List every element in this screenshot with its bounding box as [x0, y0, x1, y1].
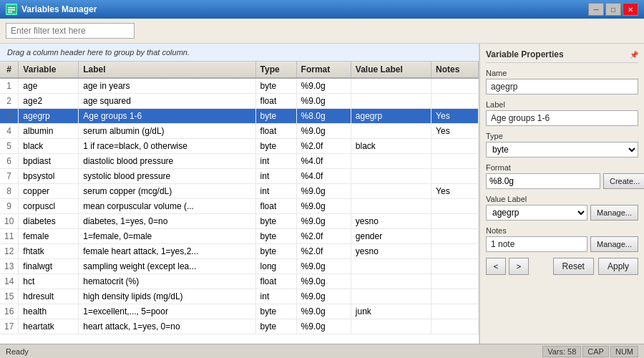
row-label: female heart attack, 1=yes,2...: [79, 244, 255, 259]
row-type: byte: [255, 319, 296, 334]
apply-button[interactable]: Apply: [598, 258, 638, 275]
table-row[interactable]: 7 bpsystol systolic blood pressure int %…: [0, 169, 479, 184]
col-variable[interactable]: Variable: [19, 62, 79, 78]
row-num: 5: [0, 139, 19, 154]
minimize-button[interactable]: ─: [588, 3, 604, 16]
type-select[interactable]: byte int long float double str: [486, 142, 638, 158]
create-format-button[interactable]: Create...: [603, 173, 644, 189]
cap-indicator: CAP: [582, 346, 609, 357]
row-type: byte: [255, 78, 296, 94]
row-label: sampling weight (except lea...: [79, 259, 255, 274]
name-label: Name: [486, 69, 638, 77]
table-row[interactable]: 9 corpuscl mean corpuscular volume (... …: [0, 199, 479, 214]
row-notes: [431, 214, 479, 229]
row-variable: heartatk: [19, 319, 79, 334]
row-format: %4.0f: [296, 154, 351, 169]
window-controls[interactable]: ─ □ ✕: [588, 3, 638, 16]
status-bar: Ready Vars: 58 CAP NUM: [0, 344, 644, 358]
col-format[interactable]: Format: [296, 62, 351, 78]
manage-valuelabel-button[interactable]: Manage...: [590, 205, 638, 221]
row-type: int: [255, 184, 296, 199]
svg-rect-1: [8, 7, 15, 9]
row-type: long: [255, 259, 296, 274]
next-variable-button[interactable]: >: [509, 258, 529, 275]
col-valuelabel[interactable]: Value Label: [351, 62, 431, 78]
valuelabel-select[interactable]: agegrp: [486, 205, 587, 221]
table-row[interactable]: 11 female 1=female, 0=male byte %2.0f ge…: [0, 229, 479, 244]
row-variable: age: [19, 78, 79, 94]
table-row[interactable]: 10 diabetes diabetes, 1=yes, 0=no byte %…: [0, 214, 479, 229]
row-variable: female: [19, 229, 79, 244]
row-valuelabel: [351, 274, 431, 289]
row-num: 9: [0, 199, 19, 214]
num-indicator: NUM: [610, 346, 638, 357]
row-type: float: [255, 274, 296, 289]
col-notes[interactable]: Notes: [431, 62, 479, 78]
row-variable: diabetes: [19, 214, 79, 229]
table-row[interactable]: 13 finalwgt sampling weight (except lea.…: [0, 259, 479, 274]
format-input[interactable]: [486, 173, 600, 189]
variables-table-wrapper[interactable]: # Variable Label Type Format Value Label…: [0, 62, 479, 344]
filter-input[interactable]: [6, 23, 135, 39]
table-row[interactable]: 15 hdresult high density lipids (mg/dL) …: [0, 289, 479, 304]
table-row[interactable]: 4 albumin serum albumin (g/dL) float %9.…: [0, 124, 479, 139]
col-label[interactable]: Label: [79, 62, 255, 78]
main-container: Drag a column header here to group by th…: [0, 19, 644, 358]
valuelabel-label: Value Label: [486, 195, 638, 203]
close-button[interactable]: ✕: [623, 3, 638, 16]
row-variable: hct: [19, 274, 79, 289]
table-row[interactable]: 6 bpdiast diastolic blood pressure int %…: [0, 154, 479, 169]
table-row[interactable]: 5 black 1 if race=black, 0 otherwise byt…: [0, 139, 479, 154]
table-row[interactable]: 3 agegrp Age groups 1-6 byte %8.0g agegr…: [0, 109, 479, 124]
row-variable: fhtatk: [19, 244, 79, 259]
row-num: 13: [0, 259, 19, 274]
table-row[interactable]: 2 age2 age squared float %9.0g: [0, 94, 479, 109]
format-group: Format Create...: [486, 163, 638, 189]
label-group: Label: [486, 100, 638, 126]
row-type: byte: [255, 244, 296, 259]
variable-properties-panel: Variable Properties 📌 Name agegrp Label …: [479, 44, 644, 344]
row-num: 8: [0, 184, 19, 199]
table-row[interactable]: 16 health 1=excellent,..., 5=poor byte %…: [0, 304, 479, 319]
row-num: 7: [0, 169, 19, 184]
row-notes: [431, 169, 479, 184]
row-variable: copper: [19, 184, 79, 199]
row-variable: finalwgt: [19, 259, 79, 274]
row-valuelabel: yesno: [351, 214, 431, 229]
row-label: 1 if race=black, 0 otherwise: [79, 139, 255, 154]
row-type: byte: [255, 229, 296, 244]
row-format: %9.0g: [296, 289, 351, 304]
table-row[interactable]: 14 hct hematocrit (%) float %9.0g: [0, 274, 479, 289]
notes-label: Notes: [486, 226, 638, 235]
pin-icon[interactable]: 📌: [630, 51, 638, 59]
row-num: 6: [0, 154, 19, 169]
col-num[interactable]: #: [0, 62, 19, 78]
valuelabel-group: Value Label agegrp Manage...: [486, 195, 638, 221]
col-type[interactable]: Type: [255, 62, 296, 78]
maximize-button[interactable]: □: [605, 3, 621, 16]
label-input[interactable]: [486, 110, 638, 126]
row-label: high density lipids (mg/dL): [79, 289, 255, 304]
row-num: 17: [0, 319, 19, 334]
table-row[interactable]: 8 copper serum copper (mcg/dL) int %9.0g…: [0, 184, 479, 199]
svg-rect-3: [8, 11, 12, 13]
reset-button[interactable]: Reset: [553, 258, 594, 275]
table-row[interactable]: 12 fhtatk female heart attack, 1=yes,2..…: [0, 244, 479, 259]
table-row[interactable]: 1 age age in years byte %9.0g: [0, 78, 479, 94]
filter-bar: [0, 19, 644, 44]
prev-variable-button[interactable]: <: [486, 258, 506, 275]
variables-table: # Variable Label Type Format Value Label…: [0, 62, 479, 334]
table-row[interactable]: 17 heartatk heart attack, 1=yes, 0=no by…: [0, 319, 479, 334]
row-format: %9.0g: [296, 184, 351, 199]
window-title: Variables Manager: [21, 4, 97, 14]
row-format: %9.0g: [296, 78, 351, 94]
type-label: Type: [486, 132, 638, 140]
row-valuelabel: [351, 169, 431, 184]
row-format: %2.0f: [296, 229, 351, 244]
manage-notes-button[interactable]: Manage...: [590, 236, 638, 252]
svg-rect-2: [8, 9, 15, 11]
status-ready: Ready: [6, 347, 29, 356]
row-num: 12: [0, 244, 19, 259]
row-num: 4: [0, 124, 19, 139]
row-num: 16: [0, 304, 19, 319]
